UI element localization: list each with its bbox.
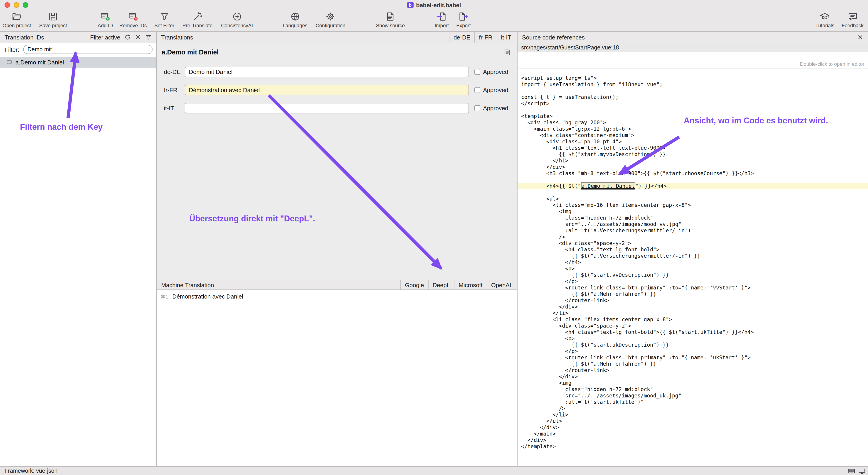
lang-label: fr-FR — [164, 87, 177, 94]
zoom-window-button[interactable] — [23, 2, 28, 8]
code-line: <div class="space-y-2"> — [521, 323, 868, 329]
mt-provider-openai[interactable]: OpenAI — [487, 280, 515, 290]
app-icon: b — [407, 2, 413, 8]
speech-bubble-icon — [6, 60, 12, 65]
status-icons — [848, 468, 865, 475]
close-window-button[interactable] — [4, 2, 10, 8]
code-line: </router-link> — [521, 367, 868, 373]
code-line: </main> — [521, 431, 868, 437]
code-line: <li class="mb-16 flex items-center gap-x… — [521, 202, 868, 208]
mt-result-row[interactable]: ⌘1Démonstration avec Daniel — [161, 293, 243, 300]
code-line: <router-link class="btn-primary" :to="{ … — [521, 354, 868, 361]
toolbar-label: Show source — [376, 23, 405, 28]
toolbar-open-project[interactable]: Open project — [2, 11, 31, 28]
toolbar-label: Languages — [283, 23, 308, 28]
comment-icon[interactable] — [504, 49, 511, 56]
toolbar-export[interactable]: Export — [456, 11, 471, 28]
toolbar-label: Add ID — [98, 23, 113, 28]
code-line: <h1 class="text-left text-blue-900"> — [521, 145, 868, 151]
clear-filter-icon[interactable] — [135, 34, 141, 40]
highlighted-translation-key[interactable]: a.Demo mit Daniel — [581, 182, 635, 190]
code-line — [521, 88, 868, 94]
mt-provider-google[interactable]: Google — [400, 280, 428, 290]
code-line: class="hidden h-72 md:block" — [521, 386, 868, 393]
code-line: :alt="t('start.ukTitle')" — [521, 399, 868, 405]
toolbar-import[interactable]: Import — [435, 11, 449, 28]
refresh-icon[interactable] — [124, 34, 131, 40]
approved-label: Approved — [483, 87, 508, 94]
globe-icon — [290, 11, 300, 22]
traffic-lights — [4, 2, 28, 8]
approved-checkbox-fr-fr[interactable] — [474, 87, 480, 93]
source-file-reference[interactable]: src/pages/start/GuestStartPage.vue:18 — [518, 43, 868, 52]
translation-input-de-de[interactable] — [185, 67, 469, 77]
window-title-text: babel-edit.babel — [416, 2, 461, 8]
entry-title-row: a.Demo mit Daniel — [162, 48, 511, 56]
toolbar-label: Import — [435, 23, 449, 28]
close-panel-icon[interactable] — [857, 34, 864, 40]
toolbar-consistencyai[interactable]: ConsistencyAI — [221, 11, 253, 28]
framework-label: Framework: vue-json — [4, 468, 57, 474]
code-line — [521, 189, 868, 196]
code-line: </div> — [521, 437, 868, 443]
window-title: b babel-edit.babel — [407, 2, 461, 8]
toolbar-remove-ids[interactable]: Remove IDs — [119, 11, 147, 28]
toolbar-tutorials[interactable]: Tutorials — [815, 11, 834, 28]
language-tab-group: de-DEfr-FRit-IT — [449, 32, 515, 43]
wand-icon — [192, 11, 203, 22]
display-icon[interactable] — [859, 468, 865, 475]
source-references-header: Source code references — [518, 32, 868, 43]
save-icon — [48, 11, 58, 22]
translation-row-de-de: de-DEApproved — [157, 67, 517, 77]
app-window: b babel-edit.babel Open projectSave proj… — [0, 0, 868, 475]
minimize-window-button[interactable] — [13, 2, 19, 8]
toolbar-show-source[interactable]: Show source — [376, 11, 405, 28]
code-line: {{ $t("a.Mehr erfahren") }} — [521, 361, 868, 367]
code-line: </script> — [521, 100, 868, 107]
translations-title: Translations — [161, 34, 193, 41]
toolbar-configuration[interactable]: Configuration — [316, 11, 345, 28]
code-line: <h4>{{ $t("a.Demo mit Daniel") }}</h4> — [518, 183, 868, 189]
translations-header: Translations de-DEfr-FRit-IT — [157, 32, 517, 43]
approved-checkbox-it-it[interactable] — [474, 105, 480, 111]
toolbar-label: Export — [456, 23, 471, 28]
code-line: </li> — [521, 411, 868, 418]
code-line: {{ $t("start.ukDescription") }} — [521, 342, 868, 348]
translation-row-it-it: it-ITApproved — [157, 103, 517, 114]
entry-title: a.Demo mit Daniel — [162, 48, 219, 56]
code-line: </h1> — [521, 158, 868, 164]
lang-tab-fr-fr[interactable]: fr-FR — [474, 32, 496, 43]
toolbar-pre-translate[interactable]: Pre-Translate — [183, 11, 213, 28]
filter-funnel-icon[interactable] — [145, 34, 152, 40]
translation-input-it-it[interactable] — [185, 103, 469, 113]
lang-tab-de-de[interactable]: de-DE — [449, 32, 474, 43]
mt-provider-deepl[interactable]: DeepL — [428, 280, 454, 290]
code-line: </router-link> — [521, 297, 868, 304]
code-line: {{ $t("a.Mehr erfahren") }} — [521, 291, 868, 297]
toolbar-save-project[interactable]: Save project — [39, 11, 67, 28]
code-line — [521, 176, 868, 183]
mt-provider-microsoft[interactable]: Microsoft — [454, 280, 487, 290]
source-references-title: Source code references — [522, 34, 585, 41]
filter-input[interactable] — [23, 45, 153, 54]
approved-checkbox-de-de[interactable] — [474, 69, 480, 75]
code-line: <main class="lg:px-12 lg:pb-6"> — [521, 126, 868, 132]
toolbar-languages[interactable]: Languages — [283, 11, 308, 28]
code-line: <div class="pb-10 pt-4"> — [521, 138, 868, 145]
translation-input-fr-fr[interactable] — [185, 85, 469, 95]
toolbar-feedback[interactable]: Feedback — [842, 11, 864, 28]
lang-tab-it-it[interactable]: it-IT — [496, 32, 515, 43]
import-icon — [436, 11, 447, 22]
mt-shortcut: ⌘1 — [161, 295, 168, 299]
open-folder-icon — [11, 11, 22, 22]
source-icon — [385, 11, 396, 22]
code-line: <p> — [521, 335, 868, 342]
keyboard-icon[interactable] — [848, 468, 855, 475]
code-line: :alt="t('a.Versicherungsvermittler/-in')… — [521, 227, 868, 234]
toolbar-set-filter[interactable]: Set Filter — [154, 11, 174, 28]
code-line: <template> — [521, 113, 868, 119]
machine-translation-title: Machine Translation — [161, 281, 214, 288]
toolbar-add-id[interactable]: Add ID — [98, 11, 113, 28]
translation-id-item[interactable]: a.Demo mit Daniel — [0, 57, 156, 68]
filter-label: Filter: — [4, 46, 19, 53]
